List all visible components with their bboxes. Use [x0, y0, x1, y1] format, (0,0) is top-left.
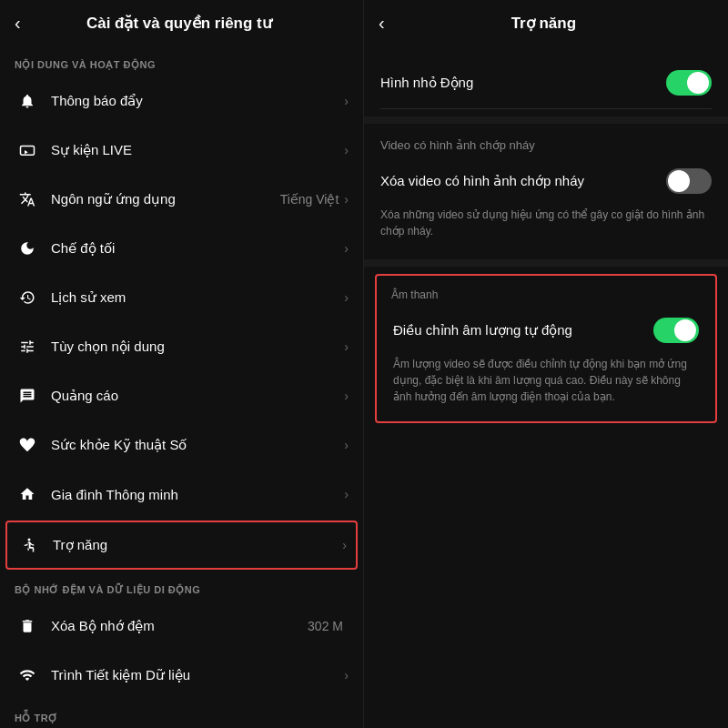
- left-back-button[interactable]: ‹: [15, 13, 21, 34]
- menu-item-quang-cao[interactable]: Quảng cáo ›: [0, 371, 363, 420]
- right-header: ‹ Trợ năng: [364, 0, 728, 46]
- toggle-thumb: [668, 170, 690, 192]
- setting-hinh-nho-dong: Hình nhỏ Động: [364, 57, 728, 108]
- hinh-nho-dong-toggle[interactable]: [666, 70, 712, 96]
- section-label-support: HỖ TRỢ: [0, 700, 363, 728]
- dieu-chinh-am-luong-label: Điều chỉnh âm lượng tự động: [393, 322, 572, 339]
- xoa-bo-nho-value: 302 M: [308, 619, 343, 633]
- chevron-icon: ›: [344, 389, 349, 403]
- tro-nang-label: Trợ năng: [53, 537, 342, 553]
- chevron-icon: ›: [344, 192, 349, 207]
- gia-dinh-label: Gia đình Thông minh: [51, 487, 344, 502]
- sliders-icon: [15, 334, 40, 359]
- section-label-memory: BỘ NHỚ ĐỆM VÀ DỮ LIỆU DI ĐỘNG: [0, 571, 363, 602]
- chevron-icon: ›: [344, 668, 349, 682]
- menu-item-xoa-bo-nho[interactable]: Xóa Bộ nhớ đệm 302 M: [0, 602, 363, 651]
- live-icon: [15, 137, 40, 163]
- chevron-icon: ›: [344, 290, 349, 305]
- flash-sub-text: Xóa những video sử dụng hiệu ứng có thể …: [364, 207, 728, 252]
- history-icon: [15, 285, 40, 310]
- trash-icon: [15, 613, 40, 639]
- data-icon: [15, 662, 40, 688]
- suc-khoe-label: Sức khỏe Kỹ thuật Số: [51, 437, 344, 453]
- chevron-icon: ›: [344, 438, 349, 452]
- moon-icon: [15, 236, 40, 261]
- accessibility-icon: [16, 532, 42, 558]
- left-header: ‹ Cài đặt và quyền riêng tư: [0, 0, 363, 46]
- right-content: Hình nhỏ Động Video có hình ảnh chớp nhá…: [364, 46, 728, 728]
- su-kien-label: Sự kiện LIVE: [51, 142, 344, 158]
- section-divider-2: [364, 259, 728, 267]
- audio-section: Âm thanh Điều chỉnh âm lượng tự động Âm …: [375, 274, 717, 423]
- setting-xoa-video: Xóa video có hình ảnh chớp nháy: [364, 156, 728, 207]
- divider-1: [380, 108, 712, 109]
- toggle-thumb: [674, 319, 696, 341]
- chevron-icon: ›: [344, 241, 349, 256]
- hinh-nho-dong-label: Hình nhỏ Động: [380, 75, 473, 91]
- che-do-toi-label: Chế độ tối: [51, 240, 344, 257]
- left-panel-title: Cài đặt và quyền riêng tư: [32, 14, 327, 33]
- section-divider-1: [364, 116, 728, 124]
- chevron-icon: ›: [344, 487, 349, 501]
- svg-point-1: [28, 539, 31, 541]
- lich-su-label: Lịch sử xem: [51, 289, 344, 306]
- health-icon: [15, 432, 40, 458]
- menu-item-thong-bao[interactable]: Thông báo đẩy ›: [0, 76, 363, 126]
- menu-item-tuy-chon[interactable]: Tùy chọn nội dung ›: [0, 322, 363, 371]
- chevron-icon: ›: [342, 538, 347, 552]
- left-panel: ‹ Cài đặt và quyền riêng tư NỘI DUNG VÀ …: [0, 0, 364, 728]
- menu-item-ngon-ngu[interactable]: Ngôn ngữ ứng dụng Tiếng Việt ›: [0, 175, 363, 224]
- menu-item-lich-su[interactable]: Lịch sử xem ›: [0, 273, 363, 322]
- tiet-kiem-label: Trình Tiết kiệm Dữ liệu: [51, 667, 344, 683]
- right-panel: ‹ Trợ năng Hình nhỏ Động Video có hình ả…: [364, 0, 728, 728]
- ngon-ngu-label: Ngôn ngữ ứng dụng: [51, 191, 280, 207]
- ads-icon: [15, 383, 40, 409]
- language-icon: [15, 187, 40, 212]
- tuy-chon-label: Tùy chọn nội dung: [51, 339, 344, 355]
- right-back-button[interactable]: ‹: [379, 13, 385, 34]
- chevron-icon: ›: [344, 143, 349, 157]
- xoa-bo-nho-label: Xóa Bộ nhớ đệm: [51, 618, 308, 634]
- chevron-icon: ›: [344, 339, 349, 354]
- menu-item-tro-nang[interactable]: Trợ năng ›: [5, 521, 358, 570]
- svg-rect-0: [21, 147, 35, 156]
- right-panel-title: Trợ năng: [396, 14, 692, 33]
- menu-item-tiet-kiem[interactable]: Trình Tiết kiệm Dữ liệu ›: [0, 651, 363, 700]
- menu-item-gia-dinh[interactable]: Gia đình Thông minh ›: [0, 470, 363, 519]
- quang-cao-label: Quảng cáo: [51, 388, 344, 404]
- xoa-video-toggle[interactable]: [666, 168, 712, 194]
- section-label-content: NỘI DUNG VÀ HOẠT ĐỘNG: [0, 46, 363, 76]
- thong-bao-label: Thông báo đẩy: [51, 93, 344, 109]
- toggle-thumb: [687, 72, 709, 94]
- menu-item-suc-khoe[interactable]: Sức khỏe Kỹ thuật Số ›: [0, 420, 363, 470]
- chevron-icon: ›: [344, 94, 349, 108]
- xoa-video-label: Xóa video có hình ảnh chớp nháy: [380, 173, 584, 189]
- flash-section-label: Video có hình ảnh chớp nháy: [364, 131, 728, 156]
- audio-section-label: Âm thanh: [377, 279, 715, 305]
- bell-icon: [15, 88, 40, 114]
- audio-sub-text: Âm lượng video sẽ được điều chỉnh tự độn…: [377, 356, 715, 418]
- setting-dieu-chinh-am-luong: Điều chỉnh âm lượng tự động: [377, 305, 715, 356]
- ngon-ngu-value: Tiếng Việt: [280, 192, 339, 207]
- dieu-chinh-am-luong-toggle[interactable]: [653, 318, 699, 343]
- menu-item-su-kien[interactable]: Sự kiện LIVE ›: [0, 126, 363, 175]
- home-icon: [15, 481, 40, 507]
- menu-item-che-do-toi[interactable]: Chế độ tối ›: [0, 224, 363, 273]
